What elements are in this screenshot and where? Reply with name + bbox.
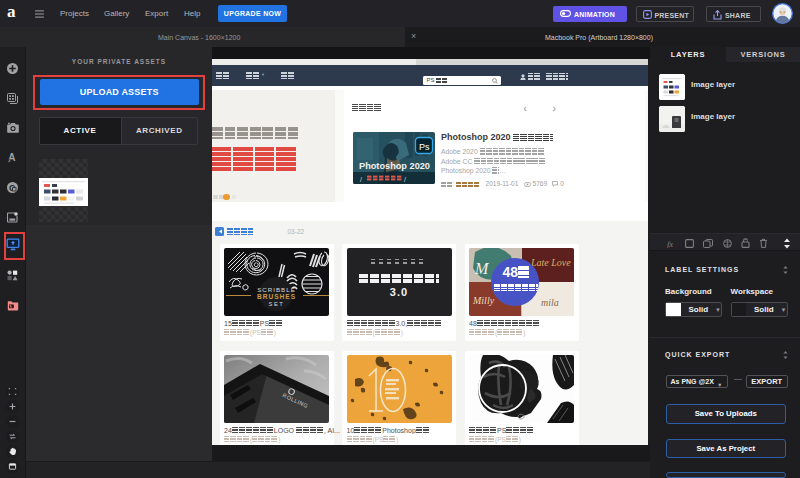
svg-text:M: M <box>474 260 490 277</box>
svg-text:/: / <box>360 176 362 183</box>
svg-text:Photoshop 2020: Photoshop 2020 <box>359 161 430 171</box>
svg-text:BRUSHES: BRUSHES <box>257 293 296 300</box>
svg-text:Milly: Milly <box>472 295 495 306</box>
svg-text:Late Love: Late Love <box>530 257 571 268</box>
svg-text:SET: SET <box>269 301 285 307</box>
svg-text:fx: fx <box>667 239 673 248</box>
svg-text:SCRIBBLE: SCRIBBLE <box>257 286 296 293</box>
svg-text:/: / <box>404 176 406 183</box>
svg-text:Ps: Ps <box>419 142 430 152</box>
svg-text:mila: mila <box>541 297 559 308</box>
